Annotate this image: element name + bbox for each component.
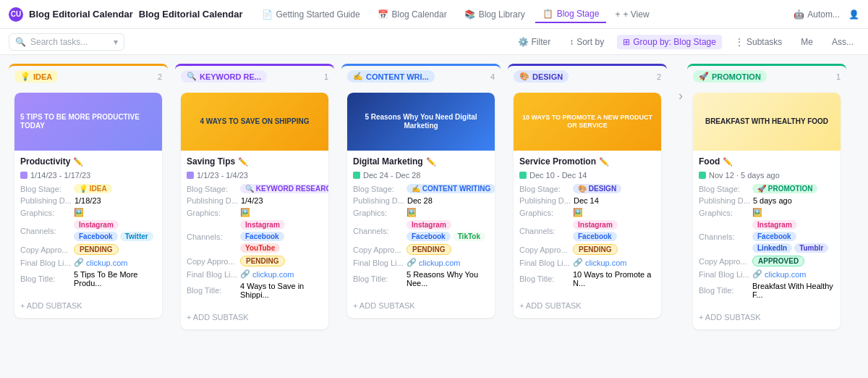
card-row-channels-saving: Channels: Instagram Facebook YouTube	[187, 220, 323, 253]
nav-right: 🤖 Autom... 👤	[793, 9, 859, 20]
toolbar: 🔍 Search tasks... ▾ ⚙️ Filter ↕ Sort by …	[0, 29, 868, 55]
card-digital: 5 Reasons Why You Need Digital Marketing…	[347, 93, 495, 318]
add-subtask-food[interactable]: + ADD SUBTASK	[699, 311, 835, 324]
sort-btn[interactable]: ↕ Sort by	[563, 35, 610, 49]
edit-icon[interactable]: ✏️	[238, 157, 248, 167]
card-row-graphics-digital: Graphics: 🖼️	[353, 208, 489, 217]
card-row-channels-service: Channels: Instagram Facebook	[519, 220, 655, 241]
channels-digital: Instagram Facebook TikTok	[407, 220, 489, 241]
card-body-digital: Digital Marketing ✏️ Dec 24 - Dec 28 Blo…	[347, 151, 495, 296]
doc-icon: 📄	[262, 9, 273, 20]
col-header-content: ✍️ CONTENT WRI... 4	[341, 66, 501, 87]
filter-btn[interactable]: ⚙️ Filter	[512, 35, 557, 49]
card-img-digital: 5 Reasons Why You Need Digital Marketing	[347, 93, 495, 151]
edit-icon[interactable]: ✏️	[599, 157, 609, 167]
channels-productivity: Instagram Facebook Twitter	[74, 220, 156, 241]
add-subtask-digital[interactable]: + ADD SUBTASK	[353, 299, 489, 312]
card-date-service: Dec 10 - Dec 14	[519, 171, 655, 180]
card-img-service: 10 WAYS TO PROMOTE A NEW PRODUCT OR SERV…	[514, 93, 661, 151]
tab-blog-library[interactable]: 📚 Blog Library	[457, 7, 532, 22]
search-icon: 🔍	[15, 37, 26, 47]
card-body-saving: Saving Tips ✏️ 1/1/23 - 1/4/23 Blog Stag…	[181, 151, 328, 308]
card-row-stage-saving: Blog Stage: 🔍 KEYWORD RESEARCH	[187, 184, 323, 193]
add-subtask-service[interactable]: + ADD SUBTASK	[519, 299, 655, 312]
date-icon	[187, 172, 194, 179]
card-row-graphics-saving: Graphics: 🖼️	[187, 208, 323, 217]
card-body-food: Food ✏️ Nov 12 · 5 days ago Blog Stage: …	[693, 151, 841, 308]
link-icon: 🔗	[74, 258, 84, 267]
link-service[interactable]: 🔗 clickup.com	[573, 258, 626, 267]
card-row-link-service: Final Blog Li... 🔗 clickup.com	[519, 258, 655, 267]
cards-content: 5 Reasons Why You Need Digital Marketing…	[341, 87, 501, 324]
card-productivity: 5 TIPS TO BE MORE PRODUCTIVE TODAY Produ…	[14, 93, 162, 318]
card-food: BREAKFAST WITH HEALTHY FOOD Food ✏️ Nov …	[693, 93, 841, 329]
plus-view-btn[interactable]: + + View	[609, 7, 655, 22]
copy-status-digital: PENDING	[407, 244, 451, 255]
card-date-food: Nov 12 · 5 days ago	[699, 171, 835, 180]
link-saving[interactable]: 🔗 clickup.com	[240, 269, 294, 279]
sort-icon: ↕	[569, 37, 574, 47]
col-badge-content: ✍️ CONTENT WRI...	[347, 70, 435, 83]
date-icon	[519, 172, 527, 179]
channels-food: Instagram Facebook LinkedIn Tumblr	[752, 220, 835, 253]
card-title-saving: Saving Tips ✏️	[187, 156, 323, 167]
toolbar-right: ⚙️ Filter ↕ Sort by ⊞ Group by: Blog Sta…	[512, 35, 859, 49]
card-row-link-saving: Final Blog Li... 🔗 clickup.com	[187, 269, 323, 279]
group-by-btn[interactable]: ⊞ Group by: Blog Stage	[617, 35, 722, 49]
card-saving-tips: 4 WAYS TO SAVE ON SHIPPING Saving Tips ✏…	[181, 93, 328, 329]
board: 💡 IDEA 2 5 TIPS TO BE MORE PRODUCTIVE TO…	[0, 55, 868, 378]
calendar-icon: 📅	[378, 9, 388, 20]
card-footer-productivity: + ADD SUBTASK	[14, 296, 162, 318]
link-food[interactable]: 🔗 clickup.com	[752, 269, 806, 279]
col-badge-keyword: 🔍 KEYWORD RE...	[181, 70, 267, 83]
edit-icon[interactable]: ✏️	[73, 157, 83, 167]
card-footer-service: + ADD SUBTASK	[514, 296, 661, 318]
add-subtask-productivity[interactable]: + ADD SUBTASK	[20, 299, 156, 312]
search-box[interactable]: 🔍 Search tasks... ▾	[9, 33, 124, 51]
plus-icon: +	[615, 9, 620, 20]
me-btn[interactable]: Me	[795, 35, 819, 49]
card-row-pub-service: Publishing D... Dec 14	[519, 196, 655, 205]
card-footer-digital: + ADD SUBTASK	[347, 296, 495, 318]
link-digital[interactable]: 🔗 clickup.com	[407, 258, 460, 267]
col-header-design: 🎨 DESIGN 2	[508, 66, 667, 87]
add-subtask-saving[interactable]: + ADD SUBTASK	[187, 311, 323, 324]
edit-icon[interactable]: ✏️	[723, 157, 733, 167]
card-date-digital: Dec 24 - Dec 28	[353, 171, 489, 180]
col-header-keyword: 🔍 KEYWORD RE... 1	[175, 66, 334, 87]
card-row-graphics-food: Graphics: 🖼️	[699, 208, 835, 217]
card-row-link-digital: Final Blog Li... 🔗 clickup.com	[353, 258, 489, 267]
autom-btn[interactable]: 🤖 Autom...	[793, 9, 840, 20]
card-img-food: BREAKFAST WITH HEALTHY FOOD	[693, 93, 841, 151]
edit-icon[interactable]: ✏️	[426, 157, 436, 167]
date-icon	[353, 172, 360, 179]
stage-tag: ✍️ CONTENT WRITING	[407, 184, 495, 193]
tab-blog-calendar[interactable]: 📅 Blog Calendar	[370, 7, 454, 22]
copy-status-service: PENDING	[573, 244, 618, 255]
card-footer-food: + ADD SUBTASK	[693, 308, 841, 329]
card-title-service: Service Promotion ✏️	[519, 156, 655, 167]
card-row-copy: Copy Appro... PENDING	[20, 244, 156, 255]
group-icon: ⊞	[623, 37, 630, 47]
avatar-btn[interactable]: 👤	[848, 9, 859, 20]
stage-tag: 🎨 DESIGN	[573, 184, 621, 193]
card-row-stage-service: Blog Stage: 🎨 DESIGN	[519, 184, 655, 193]
card-row-channels-food: Channels: Instagram Facebook LinkedIn Tu…	[699, 220, 835, 253]
card-row-graphics-service: Graphics: 🖼️	[519, 208, 655, 217]
card-date-productivity: 1/14/23 - 1/17/23	[20, 171, 156, 180]
tab-getting-started[interactable]: 📄 Getting Started Guide	[255, 7, 367, 22]
col-next-arrow[interactable]: ›	[674, 85, 687, 106]
card-row-stage-food: Blog Stage: 🚀 PROMOTION	[699, 184, 835, 193]
assignees-btn[interactable]: Ass...	[826, 35, 859, 49]
top-nav: CU Blog Editorial Calendar Blog Editoria…	[0, 0, 868, 29]
card-body-productivity: Productivity ✏️ 1/14/23 - 1/17/23 Blog S…	[14, 151, 162, 296]
link-icon: 🔗	[240, 269, 250, 279]
card-body-service: Service Promotion ✏️ Dec 10 - Dec 14 Blo…	[514, 151, 661, 296]
tab-blog-stage[interactable]: 📋 Blog Stage	[535, 6, 607, 23]
subtasks-btn[interactable]: ⋮ Subtasks	[729, 35, 788, 49]
channels-saving: Instagram Facebook YouTube	[240, 220, 323, 253]
filter-icon: ⚙️	[518, 37, 529, 47]
card-row-stage-digital: Blog Stage: ✍️ CONTENT WRITING	[353, 184, 489, 193]
card-row-pub-saving: Publishing D... 1/4/23	[187, 196, 323, 205]
link-productivity[interactable]: 🔗 clickup.com	[74, 258, 127, 267]
